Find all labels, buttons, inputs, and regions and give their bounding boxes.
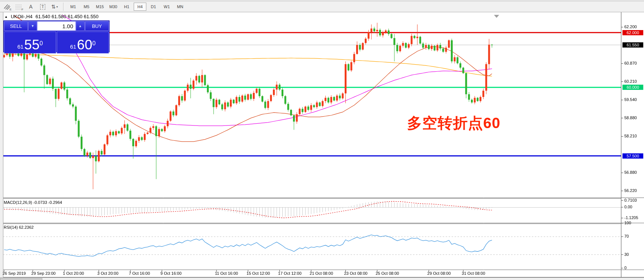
symbol-period-label: UKOil-,H4 bbox=[11, 14, 33, 19]
volume-up-button[interactable]: ▲ bbox=[76, 21, 85, 31]
sell-button[interactable]: SELL bbox=[4, 21, 28, 31]
mt4-window: E F A T ⇅ ▾ M1M5M15M30H1H4D1W1MN ▲ UKOil… bbox=[0, 0, 644, 280]
ask-pipette: 0 bbox=[92, 40, 95, 46]
arrow-objects-icon[interactable]: ⇅ ▾ bbox=[50, 3, 59, 11]
price-badge-62.000: 62.000 bbox=[622, 30, 643, 35]
date-tick-label: 29 Oct 08:00 bbox=[427, 271, 451, 276]
volume-down-button[interactable]: ▼ bbox=[28, 21, 37, 31]
arrow-objects-glyph: ⇅ bbox=[51, 4, 56, 10]
date-tick-label: 7 Oct 16:00 bbox=[129, 271, 150, 276]
price-tick-label: 58.880 bbox=[624, 115, 637, 120]
bid-price-box[interactable]: 61550 bbox=[4, 32, 56, 53]
trade-panel-row: SELL ▼ 1.00 ▲ BUY bbox=[4, 21, 109, 31]
date-tick-label: 11 Oct 16:00 bbox=[215, 271, 238, 276]
chevron-down-icon[interactable]: ▾ bbox=[56, 5, 58, 9]
date-tick-label: 9 Oct 16:00 bbox=[160, 271, 182, 276]
elliott-sub-label: E bbox=[10, 8, 12, 11]
price-tick-label: 58.210 bbox=[624, 134, 637, 138]
date-tick-label: 25 Oct 08:00 bbox=[376, 271, 399, 276]
rsi-scale-label: 100 bbox=[624, 221, 631, 225]
fibonacci-grid-icon[interactable]: F bbox=[14, 3, 24, 11]
price-badge-61.550: 61.550 bbox=[622, 42, 643, 48]
text-label-glyph: A bbox=[29, 4, 32, 10]
date-tick-label: 17 Oct 12:00 bbox=[278, 271, 302, 276]
timeframe-button-mn[interactable]: MN bbox=[174, 3, 186, 11]
date-tick-label: 31 Oct 08:00 bbox=[462, 271, 485, 276]
price-tick-label: 59.540 bbox=[624, 97, 637, 102]
date-tick-label: 21 Oct 08:00 bbox=[310, 271, 333, 276]
drawing-toolbar: E F A T ⇅ ▾ M1M5M15M30H1H4D1W1MN bbox=[0, 1, 644, 12]
timeframe-buttons: M1M5M15M30H1H4D1W1MN bbox=[66, 3, 187, 11]
date-tick-label: 3 Oct 20:00 bbox=[97, 271, 118, 276]
timeframe-button-m15[interactable]: M15 bbox=[94, 3, 106, 11]
fibonacci-sub-label: F bbox=[22, 8, 23, 11]
buy-button[interactable]: BUY bbox=[85, 21, 109, 31]
rsi-scale-label: 0 bbox=[624, 266, 627, 270]
window-left-edge bbox=[0, 12, 3, 277]
ohlc-values: 61.540 61.580 61.450 61.550 bbox=[35, 14, 98, 19]
macd-scale-label: -1.1205 bbox=[624, 215, 638, 220]
timeframe-button-w1[interactable]: W1 bbox=[160, 3, 173, 11]
date-tick-label: 1 Oct 20:00 bbox=[63, 271, 84, 276]
chart-annotation-text: 多空转折点60 bbox=[407, 113, 501, 133]
timeframe-button-m30[interactable]: M30 bbox=[107, 3, 120, 11]
price-tick-label: 56.220 bbox=[624, 188, 637, 193]
ask-big-figure: 61 bbox=[70, 42, 77, 52]
horizontal-scrollbar-thumb[interactable] bbox=[0, 278, 42, 280]
one-click-trading-panel: SELL ▼ 1.00 ▲ BUY 61550 61600 bbox=[4, 21, 109, 52]
macd-scale-label: 0.7103 bbox=[624, 198, 637, 202]
price-tick-label: 60.210 bbox=[624, 79, 637, 84]
chart-header: ▲ UKOil-,H4 61.540 61.580 61.450 61.550 bbox=[4, 14, 98, 19]
elliott-wave-icon[interactable]: E bbox=[2, 3, 12, 11]
timeframe-button-h1[interactable]: H1 bbox=[120, 3, 133, 11]
rsi-scale-label: 70 bbox=[624, 234, 629, 238]
window-bottom-edge bbox=[0, 277, 644, 280]
timeframe-button-h4[interactable]: H4 bbox=[134, 3, 146, 11]
date-tick-label: 23 Oct 08:00 bbox=[344, 271, 368, 276]
date-tick-label: 15 Oct 12:00 bbox=[247, 271, 270, 276]
macd-indicator-label: MACD(12,26,9) -0.0733 -0.2964 bbox=[4, 200, 62, 205]
bid-pips: 55 bbox=[24, 38, 39, 52]
timeframe-button-m1[interactable]: M1 bbox=[67, 3, 79, 11]
bid-pipette: 0 bbox=[39, 40, 43, 46]
toolbar-separator bbox=[63, 3, 64, 11]
timeframe-button-m5[interactable]: M5 bbox=[80, 3, 93, 11]
date-tick-label: 26 Sep 2019 bbox=[3, 271, 26, 276]
ask-pips: 60 bbox=[77, 38, 92, 52]
volume-input[interactable]: 1.00 bbox=[37, 21, 76, 31]
price-tick-label: 56.880 bbox=[624, 170, 637, 175]
text-label-icon[interactable]: A bbox=[26, 3, 36, 11]
timeframe-button-d1[interactable]: D1 bbox=[147, 3, 160, 11]
date-tick-label: 29 Sep 23:00 bbox=[31, 271, 55, 276]
ask-price-box[interactable]: 61600 bbox=[57, 32, 109, 53]
price-tick-label: 60.870 bbox=[624, 61, 637, 65]
rsi-indicator-label: RSI(14) 62.2362 bbox=[4, 225, 34, 229]
text-box-glyph: T bbox=[40, 4, 46, 10]
text-box-icon[interactable]: T bbox=[38, 3, 48, 11]
price-tick-label: 62.200 bbox=[624, 25, 637, 29]
price-badge-57.500: 57.500 bbox=[622, 153, 643, 159]
price-badge-60.000: 60.000 bbox=[622, 85, 643, 90]
collapse-panel-arrow[interactable]: ▲ bbox=[4, 15, 8, 19]
rsi-scale-label: 30 bbox=[624, 252, 629, 257]
bid-big-figure: 61 bbox=[17, 42, 24, 52]
macd-scale-label: 0.00 bbox=[624, 205, 632, 209]
